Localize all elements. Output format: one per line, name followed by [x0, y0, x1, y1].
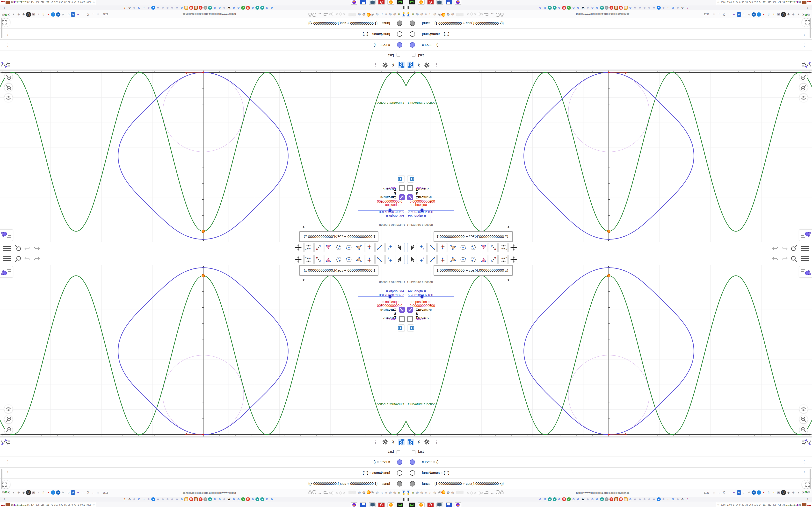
tab-favicon[interactable]: ● — [255, 497, 259, 501]
tree-view-icon[interactable] — [398, 62, 405, 68]
tool-move-icon[interactable] — [407, 255, 416, 264]
redc-ext-icon[interactable]: ● — [46, 12, 51, 17]
toolbar-globe-icon[interactable]: ∩ — [428, 12, 433, 17]
curvature-tangent-checkbox[interactable] — [407, 194, 413, 200]
tab-favicon[interactable]: ❄ — [676, 497, 679, 501]
chevron-up-icon[interactable]: ∧ — [806, 6, 809, 10]
zoom-in-icon[interactable] — [4, 83, 12, 92]
translate-ext-icon[interactable]: A — [71, 490, 75, 495]
redc-ext-icon[interactable]: ● — [761, 12, 766, 17]
brush-ext-icon[interactable]: ✦ — [76, 490, 80, 495]
tool-perpendicular-icon[interactable] — [365, 255, 374, 264]
tab-favicon[interactable]: ▦ — [624, 6, 627, 10]
tab-favicon[interactable]: ⚙ — [680, 6, 684, 10]
bookmark-dot-icon[interactable] — [331, 12, 334, 15]
box-ext-icon[interactable]: ▣ — [32, 12, 36, 17]
tab-favicon[interactable]: Я — [199, 497, 203, 501]
taskbar-app-icon[interactable]: 64 — [446, 0, 452, 5]
wrench-ext-icon[interactable]: ⚒ — [6, 490, 11, 495]
fullscreen-icon[interactable] — [1, 480, 10, 489]
tab-favicon[interactable]: ✓ — [241, 6, 245, 10]
tab-favicon[interactable]: Я — [609, 6, 613, 10]
home-icon[interactable] — [4, 405, 12, 413]
wrench-icon[interactable] — [371, 12, 375, 17]
tool-slider-icon[interactable]: a = 2 — [498, 255, 508, 264]
tab-favicon[interactable]: G — [270, 6, 273, 10]
capsule-ext-icon[interactable]: ⬭ — [66, 12, 70, 17]
tool-angle-icon[interactable]: α — [324, 243, 334, 252]
collapse-list-button[interactable]: – — [412, 53, 415, 57]
graphics-view[interactable]: -2.4-2.2-2-1.8-1.6-1.4-1.2-1-0.8-0.6-0.4… — [406, 265, 812, 437]
kebab-menu-icon[interactable]: ⋮ — [802, 459, 806, 464]
gear-icon[interactable]: ⚙ — [361, 490, 366, 495]
tool-slider-icon[interactable]: a = 2 — [304, 255, 314, 264]
visibility-marble[interactable] — [397, 42, 402, 48]
menu-icon[interactable] — [801, 256, 809, 262]
redo-icon[interactable] — [24, 245, 31, 251]
arc-position-slider[interactable] — [358, 202, 404, 202]
home-icon[interactable] — [800, 94, 808, 102]
tab-favicon[interactable]: ❄ — [633, 497, 637, 501]
undo-icon[interactable] — [33, 256, 40, 262]
undo-icon[interactable] — [33, 245, 40, 251]
tool-angle-icon[interactable]: α — [478, 243, 488, 252]
shield-icon[interactable] — [312, 490, 317, 495]
ud-ext-icon[interactable]: U — [781, 12, 785, 17]
tab-favicon[interactable]: ❄ — [662, 497, 666, 501]
function-dropdown[interactable]: 1.000000000000 + cos(4.000000000000 x) ▼ — [299, 231, 378, 242]
tab-favicon[interactable]: ❄ — [146, 497, 150, 501]
tab-favicon[interactable]: f — [123, 6, 126, 10]
tool-reflect-icon[interactable] — [488, 255, 498, 264]
tab-favicon[interactable]: G — [237, 497, 241, 501]
tab-favicon[interactable]: W — [227, 497, 231, 501]
algebra-style-icon[interactable] — [801, 60, 811, 69]
toolbar-globe-icon[interactable]: ∩ — [379, 490, 384, 495]
bookmark-dot-icon[interactable] — [467, 13, 469, 15]
bookmark-dot-icon[interactable] — [329, 13, 331, 15]
pin-icon[interactable] — [406, 490, 411, 495]
tool-circle-icon[interactable] — [345, 255, 354, 264]
tab-favicon[interactable]: Я — [189, 6, 193, 10]
plusc-ext-icon[interactable]: + — [56, 490, 60, 495]
taskbar-app-icon[interactable] — [437, 0, 443, 5]
collapse-list-button[interactable]: – — [397, 53, 400, 57]
tab-favicon[interactable]: G — [217, 6, 221, 10]
toolbar-globe-icon[interactable]: ∩ — [384, 12, 388, 17]
translate-ext-icon[interactable]: A — [71, 12, 75, 17]
tab-favicon[interactable]: G — [557, 497, 561, 501]
visibility-marble[interactable] — [397, 20, 402, 26]
taskbar-app-icon[interactable] — [455, 502, 461, 507]
tab-favicon[interactable]: ❄ — [643, 6, 647, 10]
tab-favicon[interactable]: ❄ — [676, 6, 679, 10]
tab-favicon[interactable]: ● — [151, 497, 155, 501]
visibility-marble[interactable] — [410, 481, 415, 487]
tab-favicon[interactable]: G — [539, 497, 542, 501]
kebab-menu-icon[interactable]: ⋮ — [6, 43, 10, 48]
slider-handle[interactable] — [388, 208, 393, 213]
taskbar-app-icon[interactable] — [369, 0, 375, 5]
visibility-marble[interactable] — [410, 470, 415, 475]
bookmark-dot-icon[interactable] — [481, 492, 483, 494]
bookmark-dot-icon[interactable] — [339, 492, 342, 495]
taskbar-app-icon[interactable] — [351, 502, 357, 507]
wrench-ext-icon[interactable]: ⚒ — [801, 490, 806, 495]
tab-favicon[interactable]: G — [137, 497, 141, 501]
flake-ext-icon[interactable]: ✳ — [61, 12, 65, 17]
toolbar-globe-icon[interactable]: ∩ — [428, 490, 433, 495]
menu-icon[interactable] — [3, 256, 11, 262]
tab-favicon[interactable]: ▦ — [624, 497, 627, 501]
visibility-marble[interactable] — [397, 481, 402, 487]
bin-ext-icon[interactable]: ▯ — [41, 490, 46, 495]
bookmark-dot-icon[interactable] — [343, 13, 345, 15]
shield-ext-icon[interactable]: ◆ — [21, 490, 26, 495]
tab-favicon[interactable]: ❄ — [638, 6, 642, 10]
globe2-ext-icon[interactable]: ◑ — [36, 490, 41, 495]
tool-conic-icon[interactable] — [468, 255, 477, 264]
tab-favicon[interactable]: ❄ — [643, 497, 647, 501]
lock-icon[interactable] — [500, 12, 504, 17]
tool-move-icon[interactable] — [407, 243, 416, 252]
function-dropdown[interactable]: 1.000000000000 + cos(4.000000000000 x) ▼ — [434, 265, 513, 276]
algebra-row[interactable]: curves = {}⋮ — [406, 457, 812, 468]
tab-favicon[interactable]: ● — [255, 6, 259, 10]
algebra-style-icon[interactable] — [1, 438, 11, 447]
